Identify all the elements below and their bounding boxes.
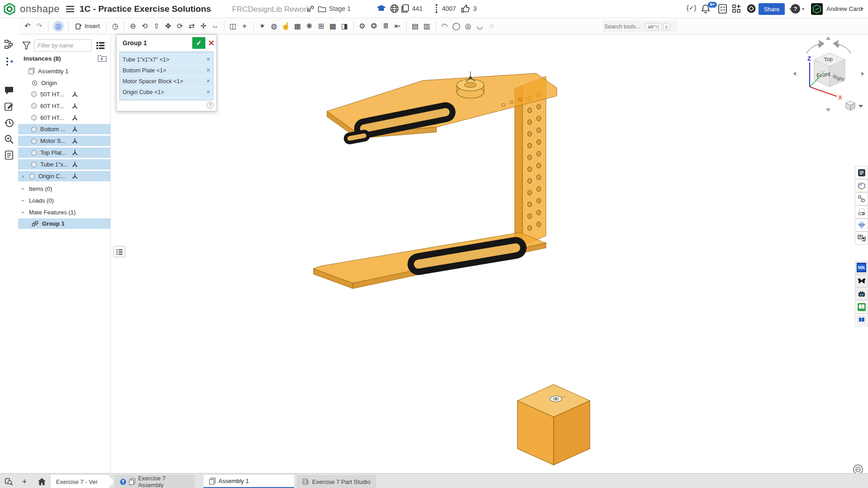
assembly-3d-model[interactable] <box>111 34 855 473</box>
share-button[interactable]: Share <box>759 3 785 15</box>
tree-item-60t-gear-1[interactable]: 60T HT... <box>18 100 110 111</box>
parallel-mate-icon[interactable]: ⇔ <box>209 20 221 32</box>
thumbs-up-icon[interactable] <box>461 4 470 13</box>
mkcad-app-button[interactable]: MK <box>855 261 868 274</box>
show-mates-icon[interactable]: ◡ <box>474 20 486 32</box>
tree-item-50t-gear[interactable]: 50T HT... <box>18 89 110 99</box>
undo-icon[interactable]: ↶ <box>22 20 33 32</box>
cancel-button[interactable]: ✕ <box>207 37 215 49</box>
avatar[interactable] <box>811 3 823 15</box>
group-item-motor-spacer[interactable]: Motor Spacer Block <1> ✕ <box>120 76 213 87</box>
fastened-mate-icon[interactable]: ⊖ <box>127 20 139 32</box>
slider-mate-icon[interactable]: ⇧ <box>151 20 162 32</box>
credits-icon[interactable] <box>434 4 439 14</box>
sketch-panel-button[interactable] <box>855 205 868 218</box>
section-items[interactable]: › Items (0) <box>18 183 110 194</box>
cylindrical-mate-icon[interactable]: ⟳ <box>174 20 186 32</box>
remove-item-icon[interactable]: ✕ <box>206 67 210 73</box>
remove-item-icon[interactable]: ✕ <box>206 57 210 62</box>
group-entities-list[interactable]: Tube 1"x1"x7" <1> ✕ Bottom Plate <1> ✕ M… <box>119 52 213 100</box>
link-icon[interactable] <box>307 5 314 13</box>
planar-mate-icon[interactable]: ✥ <box>162 20 174 32</box>
bom-table-icon[interactable]: ▥ <box>421 20 433 32</box>
group-item-origin-cube[interactable]: Origin Cube <1> ✕ <box>120 87 213 98</box>
filter-input[interactable] <box>34 39 92 52</box>
main-menu-icon[interactable] <box>66 5 74 13</box>
transform-panel-button[interactable] <box>855 192 868 205</box>
origin-cube-part[interactable] <box>517 384 590 465</box>
remove-item-icon[interactable]: ✕ <box>206 78 210 84</box>
apps-grid-icon[interactable] <box>732 4 741 14</box>
tree-item-group-1[interactable]: Group 1 <box>18 218 110 229</box>
structure-tree-icon[interactable] <box>4 39 14 49</box>
revolute-mate-icon[interactable]: ⟲ <box>139 20 151 32</box>
3d-viewport[interactable] <box>111 34 855 473</box>
butterfly-app-button[interactable] <box>855 274 868 287</box>
history-icon[interactable] <box>4 118 14 128</box>
comments-icon[interactable] <box>4 85 14 95</box>
list-view-icon[interactable] <box>96 42 105 50</box>
report-icon[interactable] <box>4 150 14 160</box>
help-dropdown-caret[interactable]: ▾ <box>802 6 804 11</box>
named-positions-icon[interactable]: ⊞ <box>315 20 327 32</box>
filter-icon[interactable] <box>22 41 31 50</box>
green-docs-app-button[interactable] <box>855 300 868 313</box>
copies-icon[interactable] <box>401 4 409 13</box>
linear-pattern-icon[interactable]: ▦ <box>292 20 304 32</box>
redo-icon[interactable]: ↷ <box>33 20 45 32</box>
new-folder-icon[interactable] <box>98 54 107 62</box>
home-tab-button[interactable] <box>36 476 47 487</box>
viewcube-cube[interactable]: Top Front Right <box>814 53 845 87</box>
markup-icon[interactable] <box>4 102 14 112</box>
mate-connector-icon[interactable]: ⌖ <box>239 20 251 32</box>
feature-list-toggle-button[interactable] <box>114 246 125 257</box>
tree-item-motor-spacer[interactable]: Motor S... <box>18 136 110 147</box>
tree-item-origin-cube[interactable]: › Origin C... <box>18 171 110 182</box>
revolve-tool-icon[interactable]: ◷ <box>109 20 121 32</box>
tab-assembly-1[interactable]: Assembly 1 <box>204 475 294 488</box>
bom-panel-button[interactable] <box>855 166 868 179</box>
analysis-icon[interactable] <box>4 134 14 144</box>
edit-in-context-icon[interactable]: ☝ <box>280 20 292 32</box>
configurations-icon[interactable]: ◨ <box>339 20 351 32</box>
view-cube[interactable]: Top Front Right Z X Y <box>792 36 865 114</box>
group-parts-icon[interactable]: ◫ <box>227 20 239 32</box>
screw-relation-icon[interactable]: ⇤ <box>392 20 403 32</box>
hide-others-icon[interactable]: ◎ <box>462 20 474 32</box>
bottom-plate-part[interactable] <box>313 232 546 289</box>
belt-relation-icon[interactable]: ❂ <box>368 20 380 32</box>
group-item-bottom-plate[interactable]: Bottom Plate <1> ✕ <box>120 65 213 76</box>
pin-slot-mate-icon[interactable]: ⇄ <box>186 20 198 32</box>
insert-part-icon[interactable]: ◍ <box>268 20 280 32</box>
viewcube-top-label[interactable]: Top <box>824 56 833 63</box>
drawing-icon[interactable]: ▤ <box>409 20 421 32</box>
learning-center-icon[interactable] <box>746 4 756 14</box>
robot-app-button[interactable] <box>855 287 868 300</box>
user-name[interactable]: Andrew Card <box>826 5 862 12</box>
confirm-button[interactable]: ✓ <box>192 37 205 49</box>
tab-exercise-7-part-studio[interactable]: Exercise 7 Part Studio <box>297 475 376 488</box>
sync-update-icon[interactable]: ◎ <box>53 21 64 32</box>
add-tab-button[interactable]: + <box>19 476 30 487</box>
user-dropdown-caret[interactable]: ▾ <box>861 6 863 11</box>
tree-item-tube[interactable]: Tube 1"x... <box>18 159 110 170</box>
config-panel-button[interactable] <box>855 179 868 192</box>
explode-view-icon[interactable]: ❋ <box>304 20 315 32</box>
chevron-right-icon[interactable]: › <box>20 173 26 180</box>
search-tools[interactable]: alt/⌥ c <box>602 21 678 32</box>
ball-mate-icon[interactable]: ✛ <box>198 20 209 32</box>
help-button[interactable]: ? <box>791 4 800 14</box>
dialog-help-icon[interactable]: ? <box>207 102 213 109</box>
rack-relation-icon[interactable]: Ⅲ <box>380 20 392 32</box>
document-title[interactable]: 1C - Practice Exercise Solutions <box>80 4 211 14</box>
education-cap-icon[interactable] <box>376 4 386 13</box>
tab-exercise-7-assembly[interactable]: Exercise 7 Assembly <box>114 475 195 488</box>
blue-docs-app-button[interactable] <box>855 313 868 327</box>
tree-item-assembly-1[interactable]: Assembly 1 <box>18 66 110 76</box>
gem-app-button[interactable] <box>855 218 868 232</box>
section-view-icon[interactable]: ◯ <box>451 20 462 32</box>
tree-item-60t-gear-2[interactable]: 60T HT... <box>18 112 110 123</box>
tasks-list-icon[interactable] <box>718 4 727 14</box>
insert-new-icon[interactable] <box>4 57 14 66</box>
tree-item-origin[interactable]: Origin <box>18 77 110 88</box>
